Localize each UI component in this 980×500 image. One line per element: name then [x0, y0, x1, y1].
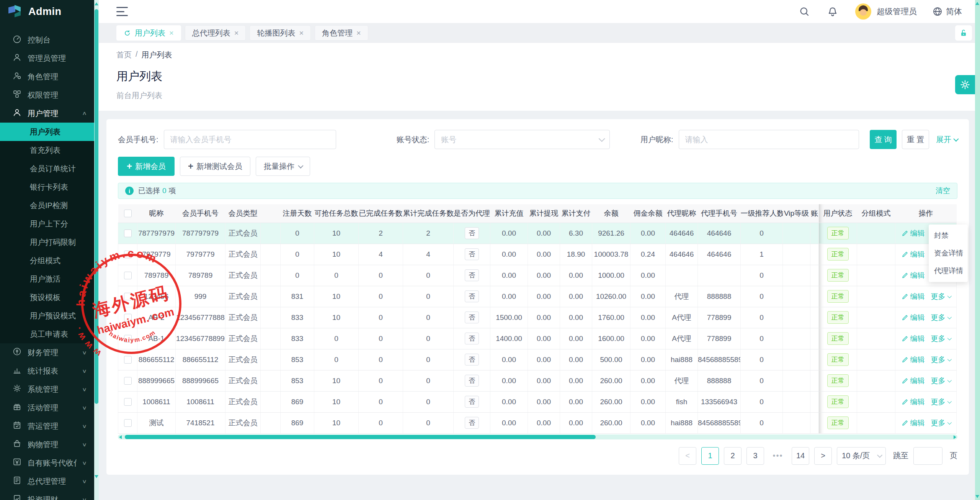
query-button[interactable]: 查 询: [870, 130, 897, 149]
add-member-button[interactable]: +新增会员: [118, 157, 175, 176]
status-filter-select[interactable]: 账号: [434, 130, 610, 149]
sidebar-item-5[interactable]: 财务管理∨: [0, 343, 94, 362]
row-checkbox[interactable]: [124, 398, 132, 406]
sidebar-subitem-8[interactable]: 用户激活: [0, 270, 94, 288]
close-icon[interactable]: ×: [299, 29, 304, 38]
sidebar-item-10[interactable]: 购物管理∨: [0, 435, 94, 454]
sidebar-scrollbar-thumb[interactable]: [95, 9, 98, 404]
scroll-down-icon[interactable]: [975, 495, 979, 498]
reset-button[interactable]: 重 置: [902, 130, 929, 149]
row-checkbox[interactable]: [124, 419, 132, 427]
nick-filter-input[interactable]: 请输入: [679, 130, 859, 149]
select-all-checkbox[interactable]: [124, 210, 132, 217]
next-page-button[interactable]: >: [814, 447, 832, 465]
row-checkbox[interactable]: [124, 230, 132, 237]
close-icon[interactable]: ×: [356, 29, 361, 38]
page-scrollbar[interactable]: [975, 0, 980, 500]
jump-page-input[interactable]: [913, 447, 942, 465]
sidebar-item-12[interactable]: 总代理管理∨: [0, 472, 94, 490]
language-switcher[interactable]: 简体: [932, 6, 962, 17]
sidebar-item-8[interactable]: 活动管理∨: [0, 398, 94, 417]
dropdown-item-2[interactable]: 代理详情: [929, 262, 968, 280]
batch-operations-button[interactable]: 批量操作: [256, 157, 310, 176]
add-test-member-button[interactable]: +新增测试会员: [180, 157, 250, 176]
sidebar-subitem-6[interactable]: 用户打码限制: [0, 233, 94, 251]
dropdown-item-0[interactable]: 封禁: [929, 227, 968, 244]
edit-link[interactable]: 编辑: [902, 313, 925, 323]
row-checkbox[interactable]: [124, 272, 132, 279]
scroll-right-icon[interactable]: [954, 435, 956, 439]
sidebar-subitem-10[interactable]: 用户预设模式: [0, 307, 94, 325]
sidebar-subitem-1[interactable]: 首充列表: [0, 141, 94, 159]
sidebar-item-6[interactable]: 统计报表∨: [0, 362, 94, 380]
app-logo[interactable]: Admin: [0, 0, 94, 23]
sidebar-item-3[interactable]: 权限管理: [0, 86, 94, 104]
sidebar-item-13[interactable]: 投资理财∨: [0, 490, 94, 500]
sidebar-subitem-0[interactable]: 用户列表: [0, 123, 94, 141]
sidebar-subitem-4[interactable]: 会员IP检测: [0, 196, 94, 215]
row-checkbox[interactable]: [124, 293, 132, 300]
breadcrumb-home[interactable]: 首页: [116, 50, 132, 60]
tab-1[interactable]: 总代理列表×: [185, 25, 246, 41]
collapse-menu-icon[interactable]: [116, 7, 128, 16]
edit-link[interactable]: 编辑: [902, 228, 925, 238]
dropdown-item-1[interactable]: 资金详情: [929, 244, 968, 262]
close-icon[interactable]: ×: [169, 29, 174, 38]
tab-3[interactable]: 角色管理×: [315, 25, 368, 41]
page-ellipsis[interactable]: •••: [769, 447, 787, 465]
tab-0[interactable]: 用户列表×: [116, 25, 181, 41]
sidebar-subitem-9[interactable]: 预设模板: [0, 288, 94, 307]
more-link[interactable]: 更多: [931, 397, 951, 407]
search-icon[interactable]: [799, 6, 810, 17]
clear-selection-link[interactable]: 清空: [936, 186, 950, 196]
edit-link[interactable]: 编辑: [902, 249, 925, 259]
lock-tabs-button[interactable]: [955, 25, 972, 41]
page-button-2[interactable]: 2: [724, 447, 742, 465]
settings-gear-button[interactable]: [955, 75, 975, 94]
notification-bell-icon[interactable]: [827, 6, 838, 17]
scroll-left-icon[interactable]: [119, 435, 122, 439]
sidebar-item-9[interactable]: 营运管理∨: [0, 417, 94, 435]
sidebar-item-11[interactable]: 自有账号代收付∨: [0, 454, 94, 472]
edit-link[interactable]: 编辑: [902, 270, 925, 280]
sidebar-subitem-11[interactable]: 员工申请表: [0, 325, 94, 343]
scroll-up-icon[interactable]: [975, 2, 979, 5]
row-checkbox[interactable]: [124, 251, 132, 258]
row-checkbox[interactable]: [124, 377, 132, 385]
tab-2[interactable]: 轮播图列表×: [250, 25, 311, 41]
sidebar-item-4[interactable]: 用户管理∧: [0, 104, 94, 123]
edit-link[interactable]: 编辑: [902, 292, 925, 302]
more-link[interactable]: 更多: [931, 355, 951, 365]
prev-page-button[interactable]: <: [679, 447, 696, 465]
page-size-select[interactable]: 10 条/页: [837, 447, 886, 465]
edit-link[interactable]: 编辑: [902, 334, 925, 344]
current-user-name[interactable]: 超级管理员: [877, 6, 917, 17]
scroll-up-icon[interactable]: [95, 2, 98, 5]
more-link[interactable]: 更多: [931, 292, 951, 302]
edit-link[interactable]: 编辑: [902, 376, 925, 386]
phone-filter-input[interactable]: 请输入会员手机号: [164, 130, 336, 149]
edit-link[interactable]: 编辑: [902, 418, 925, 428]
sidebar-subitem-2[interactable]: 会员订单统计: [0, 159, 94, 178]
more-link[interactable]: 更多: [931, 418, 951, 428]
avatar[interactable]: [855, 3, 871, 20]
page-button-14[interactable]: 14: [792, 447, 809, 465]
page-button-3[interactable]: 3: [746, 447, 764, 465]
sidebar-item-7[interactable]: 系统管理∨: [0, 380, 94, 398]
more-link[interactable]: 更多: [931, 313, 951, 323]
horizontal-scrollbar-thumb[interactable]: [125, 435, 596, 439]
scroll-down-icon[interactable]: [95, 475, 98, 478]
row-checkbox[interactable]: [124, 314, 132, 321]
more-link[interactable]: 更多: [931, 376, 951, 386]
expand-filters-link[interactable]: 展开: [936, 134, 957, 145]
sidebar-item-2[interactable]: 角色管理: [0, 67, 94, 86]
sidebar-scrollbar[interactable]: [94, 0, 99, 500]
page-button-1[interactable]: 1: [701, 447, 719, 465]
sidebar-item-0[interactable]: 控制台: [0, 31, 94, 49]
edit-link[interactable]: 编辑: [902, 397, 925, 407]
sidebar-subitem-3[interactable]: 银行卡列表: [0, 178, 94, 196]
sidebar-subitem-7[interactable]: 分组模式: [0, 251, 94, 270]
edit-link[interactable]: 编辑: [902, 355, 925, 365]
row-checkbox[interactable]: [124, 335, 132, 343]
horizontal-scrollbar[interactable]: [118, 434, 957, 439]
